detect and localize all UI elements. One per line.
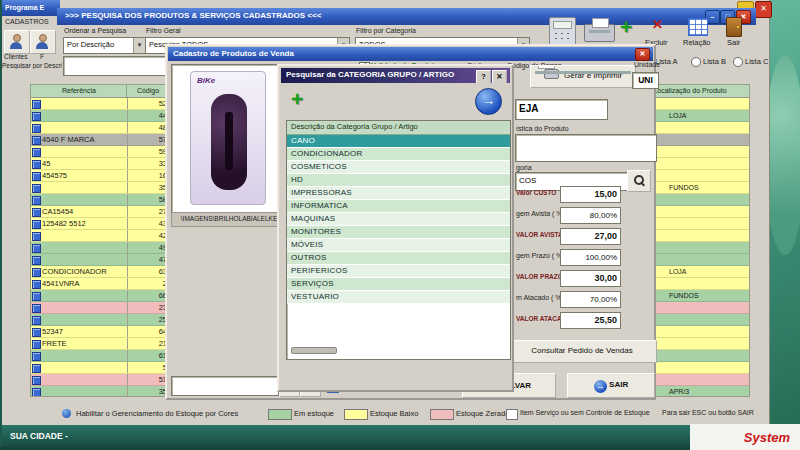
legend-item-servico: Item Serviço ou sem Controle de Estoque	[520, 409, 650, 416]
row-referencia: 454575	[42, 170, 125, 181]
category-item[interactable]: VESTUARIO	[287, 291, 510, 304]
category-item[interactable]: MAQUINAS	[287, 213, 510, 226]
table-row[interactable]: 5	[31, 362, 169, 374]
item-icon	[32, 304, 41, 313]
row-codigo: 2	[127, 278, 169, 289]
consultar-pedido-button[interactable]: Consultar Pedido de Vendas	[507, 340, 657, 363]
outer-close-icon[interactable]: ✕	[755, 1, 772, 18]
menu-item-cadastros[interactable]: CADASTROS	[5, 18, 49, 25]
table-row[interactable]: 61	[31, 350, 169, 362]
add-category-icon[interactable]: +	[291, 89, 303, 109]
table-row[interactable]: FRETE21	[31, 338, 169, 350]
category-item[interactable]: OUTROS	[287, 252, 510, 265]
category-item[interactable]: MÓVEIS	[287, 239, 510, 252]
sair-label[interactable]: Sair	[727, 38, 740, 47]
calculator-icon[interactable]	[549, 17, 576, 46]
category-item[interactable]: PERIFERICOS	[287, 265, 510, 278]
table-row[interactable]: 4541VNRA2	[31, 278, 169, 290]
row-referencia: 125482 5512	[42, 218, 125, 229]
category-item[interactable]: COSMETICOS	[287, 161, 510, 174]
category-item[interactable]: CANO	[287, 135, 510, 148]
table-row[interactable]: 35	[31, 182, 169, 194]
table-row[interactable]: 47	[31, 254, 169, 266]
categoria-dialog-titlebar[interactable]: Pesquisar da CATEGORIA GRUPO / ARTIGO ? …	[281, 68, 510, 83]
gerar-imprimir-button[interactable]: Gerar e Imprimir	[530, 65, 636, 88]
table-row[interactable]: 52	[31, 98, 169, 110]
cadastro-sair-button[interactable]: → SAIR	[567, 373, 655, 398]
row-codigo: 33	[127, 158, 169, 169]
price-field-value[interactable]: 30,00	[560, 270, 621, 287]
row-codigo: 48	[127, 122, 169, 133]
descricao-field[interactable]: EJA	[515, 99, 608, 120]
clientes-label: Clientes	[4, 53, 27, 60]
dialog-close-icon[interactable]: ✕	[492, 70, 507, 83]
table-row[interactable]: 25	[31, 314, 169, 326]
cadastro-close-icon[interactable]: ✕	[635, 48, 650, 61]
table-row[interactable]: 45457516	[31, 170, 169, 182]
category-item[interactable]: CONDICIONADOR	[287, 148, 510, 161]
table-row[interactable]: 49	[31, 242, 169, 254]
lista-b-label[interactable]: Lista B	[703, 57, 726, 66]
row-localizacao: APR/3	[669, 386, 749, 397]
add-product-icon[interactable]: +	[620, 17, 632, 37]
table-row[interactable]: 66	[31, 290, 169, 302]
table-row[interactable]: 42	[31, 230, 169, 242]
table-row[interactable]: 5234764	[31, 326, 169, 338]
table-row[interactable]: 4533	[31, 158, 169, 170]
table-row[interactable]: CONDICIONADOR63	[31, 266, 169, 278]
image-path-bar: \IMAGENS\BRILHOLABIALELKE	[171, 212, 287, 227]
relacao-label[interactable]: Relação	[683, 38, 711, 47]
sair-icon[interactable]	[726, 17, 742, 37]
table-row[interactable]: 4540 F MARCA57	[31, 134, 169, 146]
table-row[interactable]: 58	[31, 194, 169, 206]
row-codigo: 44	[127, 110, 169, 121]
cadastro-titlebar[interactable]: Cadastro de Produtos de Venda ✕	[168, 47, 653, 61]
lista-c-label[interactable]: Lista C	[745, 57, 768, 66]
categoria-items: CANOCONDICIONADORCOSMETICOSHDIMPRESSORAS…	[287, 135, 510, 304]
caracteristica-field[interactable]	[515, 134, 657, 162]
price-field-value[interactable]: 27,00	[560, 228, 621, 245]
table-row[interactable]: 51	[31, 374, 169, 386]
confirm-arrow-icon[interactable]: →	[475, 88, 502, 115]
unidade-value: UNI	[638, 75, 653, 85]
print-button[interactable]	[584, 16, 614, 44]
help-icon[interactable]: ?	[476, 70, 491, 83]
clientes-button[interactable]	[4, 30, 30, 54]
legend-swatch-item-servico	[506, 409, 518, 420]
cadastro-input[interactable]	[171, 376, 279, 396]
horizontal-scrollbar[interactable]	[291, 347, 337, 354]
category-item[interactable]: HD	[287, 174, 510, 187]
lista-c-radio[interactable]	[733, 57, 743, 67]
unidade-field[interactable]: UNI	[632, 72, 659, 89]
table-row[interactable]: 125482 551243	[31, 218, 169, 230]
price-field-value[interactable]: 15,00	[560, 186, 621, 203]
categoria-list[interactable]: Descrição da Categoria Grupo / Artigo CA…	[286, 120, 511, 360]
ordenar-combo[interactable]: Por Descrição	[63, 37, 146, 54]
price-field-value[interactable]: 100,00%	[560, 249, 621, 266]
table-row[interactable]: 48	[31, 122, 169, 134]
table-row[interactable]: CA1545427	[31, 206, 169, 218]
row-codigo: 64	[127, 326, 169, 337]
category-item[interactable]: MONITORES	[287, 226, 510, 239]
price-field-value[interactable]: 80,00%	[560, 207, 621, 224]
fornecedores-button[interactable]	[30, 30, 56, 54]
category-item[interactable]: INFORMATICA	[287, 200, 510, 213]
item-icon	[32, 364, 41, 373]
category-item[interactable]: SERVIÇOS	[287, 278, 510, 291]
category-item[interactable]: IMPRESSORAS	[287, 187, 510, 200]
price-field-value[interactable]: 70,00%	[560, 291, 621, 308]
table-row[interactable]: 35	[31, 386, 169, 397]
lista-b-radio[interactable]	[691, 57, 701, 67]
ordenar-value: Por Descrição	[67, 40, 114, 49]
header-ref-text: Referência	[62, 87, 96, 94]
relacao-icon[interactable]	[688, 18, 708, 36]
table-row[interactable]: 44	[31, 110, 169, 122]
table-row[interactable]: 23	[31, 302, 169, 314]
desktop-background	[769, 0, 800, 450]
row-codigo: 16	[127, 170, 169, 181]
price-field-value[interactable]: 25,50	[560, 312, 621, 329]
excluir-icon[interactable]: ✕	[652, 18, 663, 32]
table-row[interactable]: 59	[31, 146, 169, 158]
row-codigo: 5	[127, 362, 169, 373]
product-table[interactable]: 5244484540 F MARCA57594533454575163558CA…	[30, 97, 170, 397]
